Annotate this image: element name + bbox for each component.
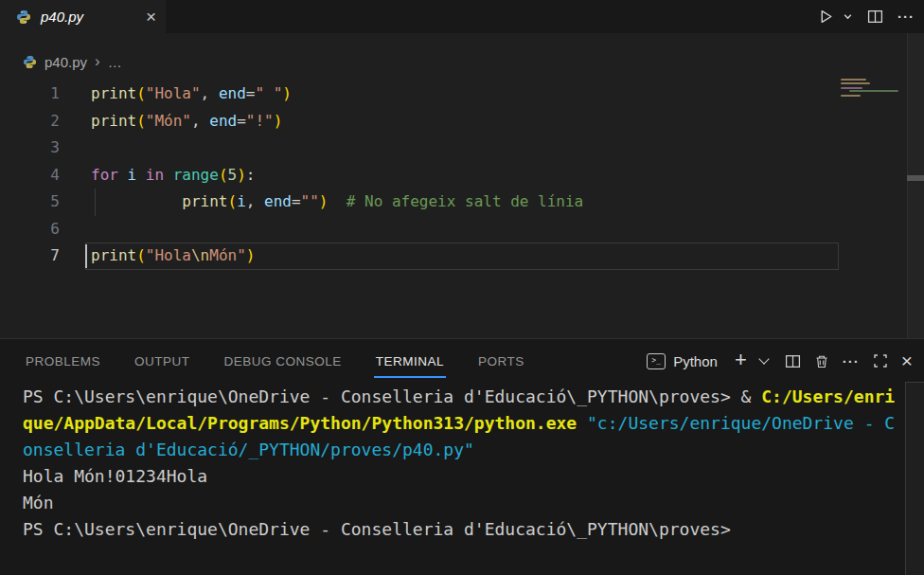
kill-terminal-trash-icon[interactable]	[814, 353, 829, 369]
current-line-highlight	[85, 243, 839, 270]
minimap-line	[841, 87, 862, 89]
terminal-dropdown-chevron-icon[interactable]	[758, 353, 769, 364]
line-number[interactable]: 4	[0, 162, 60, 189]
code-token: for	[91, 166, 128, 184]
line-number[interactable]: 6	[0, 216, 60, 243]
breadcrumb[interactable]: p40.py › …	[23, 51, 122, 72]
tab-p40py[interactable]: p40.py ×	[0, 0, 166, 33]
maximize-panel-icon[interactable]	[873, 353, 888, 368]
run-python-button[interactable]	[818, 9, 834, 25]
split-editor-icon[interactable]	[867, 9, 883, 25]
more-actions-icon[interactable]: ···	[897, 9, 915, 25]
minimap[interactable]	[837, 74, 909, 102]
terminal-line: Món	[0, 490, 905, 516]
code-token: )	[237, 166, 246, 184]
terminal-text: Món	[23, 493, 54, 512]
terminal-line: PS C:\Users\enrique\OneDrive - Conseller…	[0, 384, 905, 410]
terminal-output[interactable]: PS C:\Users\enrique\OneDrive - Conseller…	[0, 384, 905, 543]
tab-label: p40.py	[41, 9, 83, 25]
panel-tab-debug-console[interactable]: DEBUG CONSOLE	[224, 339, 342, 383]
code-token: i	[237, 192, 246, 210]
line-number[interactable]: 3	[0, 135, 60, 162]
bottom-panel: PROBLEMSOUTPUTDEBUG CONSOLETERMINALPORTS…	[0, 338, 924, 575]
indent-guide	[95, 189, 96, 216]
code-token: =	[292, 192, 301, 210]
code-token: "Món"	[146, 112, 191, 130]
code-token: ,	[191, 112, 209, 130]
code-line[interactable]: 3	[0, 135, 924, 162]
line-number[interactable]: 2	[0, 108, 60, 135]
panel-tab-output[interactable]: OUTPUT	[134, 339, 190, 383]
terminal-line: PS C:\Users\enrique\OneDrive - Conseller…	[0, 516, 905, 543]
breadcrumb-file[interactable]: p40.py	[44, 54, 87, 70]
code-token: in	[136, 166, 173, 184]
code-line[interactable]: 1print("Hola", end=" ")	[0, 81, 924, 108]
code-token: )	[319, 192, 329, 210]
minimap-line	[841, 82, 870, 84]
panel-tabs: PROBLEMSOUTPUTDEBUG CONSOLETERMINALPORTS	[26, 339, 524, 383]
terminal-text: Hola Món!01234Hola	[23, 466, 207, 486]
breadcrumb-symbols[interactable]: …	[108, 54, 122, 70]
code-token: (	[136, 84, 146, 102]
terminal-text: onselleria d'Educació/_PYTHON/proves/p40…	[23, 440, 474, 459]
tab-close-icon[interactable]: ×	[146, 8, 156, 26]
vscode-window: p40.py × ··· p40.py › … 1print(	[0, 0, 924, 575]
code-token: print	[182, 192, 227, 210]
minimap-line	[841, 79, 866, 81]
editor-scrollbar[interactable]	[907, 33, 924, 338]
code-token: 5	[228, 166, 238, 184]
code-token: ,	[201, 84, 219, 102]
code-text: print(i, end="") # No afegeix salt de lí…	[91, 189, 924, 216]
panel-tab-ports[interactable]: PORTS	[478, 339, 524, 383]
split-terminal-icon[interactable]	[785, 353, 801, 369]
terminal-line: que/AppData/Local/Programs/Python/Python…	[0, 410, 905, 437]
terminal-text: que/AppData/Local/Programs/Python/Python…	[23, 413, 587, 433]
terminal-line: onselleria d'Educació/_PYTHON/proves/p40…	[0, 437, 905, 463]
code-token: (	[228, 192, 238, 210]
line-number[interactable]: 5	[0, 189, 60, 216]
code-token: ,	[246, 192, 264, 210]
python-file-icon	[16, 9, 31, 25]
run-dropdown-chevron-icon[interactable]	[843, 11, 853, 22]
overview-ruler-cursor-mark	[907, 175, 924, 181]
code-token	[91, 192, 182, 210]
terminal-shell-chip[interactable]: >_ Python	[647, 353, 718, 369]
terminal-text: PS C:\Users\enrique\OneDrive - Conseller…	[23, 386, 761, 406]
panel-tab-terminal[interactable]: TERMINAL	[376, 339, 444, 383]
code-token: "!"	[246, 112, 274, 130]
line-number[interactable]: 7	[0, 243, 60, 270]
python-file-icon	[23, 55, 37, 69]
panel-tab-problems[interactable]: PROBLEMS	[26, 339, 100, 383]
text-cursor	[85, 244, 87, 268]
code-token: =	[237, 112, 246, 130]
code-line[interactable]: 2print("Món", end="!")	[0, 108, 924, 135]
chevron-right-icon: ›	[95, 52, 100, 71]
code-line[interactable]: 7print("Hola\nMón")	[0, 243, 924, 270]
code-token: (	[219, 166, 228, 184]
code-token: "Hola"	[146, 84, 201, 102]
code-line[interactable]: 6	[0, 216, 924, 243]
code-token: (	[136, 112, 146, 130]
code-line[interactable]: 4for i in range(5):	[0, 162, 924, 189]
terminal-toolbar: >_ Python + ··· ×	[647, 339, 913, 383]
code-line[interactable]: 5 print(i, end="") # No afegeix salt de …	[0, 189, 924, 216]
terminal-more-actions-icon[interactable]: ···	[843, 353, 860, 369]
code-text: print("Món", end="!")	[91, 108, 924, 135]
terminal-shell-label: Python	[673, 353, 718, 369]
code-lines[interactable]: 1print("Hola", end=" ")2print("Món", end…	[0, 81, 924, 270]
terminal-icon: >_	[647, 353, 666, 369]
minimap-line	[849, 90, 898, 92]
code-text: for i in range(5):	[91, 162, 924, 189]
new-terminal-button[interactable]: +	[735, 350, 747, 370]
code-token: ""	[301, 192, 319, 210]
code-text: print("Hola", end=" ")	[91, 81, 924, 108]
line-number[interactable]: 1	[0, 81, 60, 108]
editor-tab-bar: p40.py × ···	[0, 0, 924, 33]
terminal-text: PS C:\Users\enrique\OneDrive - Conseller…	[23, 519, 731, 539]
terminal-scrollbar[interactable]	[905, 382, 924, 575]
code-token: range	[173, 166, 219, 184]
editor-actions: ···	[818, 0, 915, 33]
minimap-line	[841, 95, 861, 97]
close-panel-icon[interactable]: ×	[901, 350, 913, 370]
code-token: =	[246, 84, 256, 102]
